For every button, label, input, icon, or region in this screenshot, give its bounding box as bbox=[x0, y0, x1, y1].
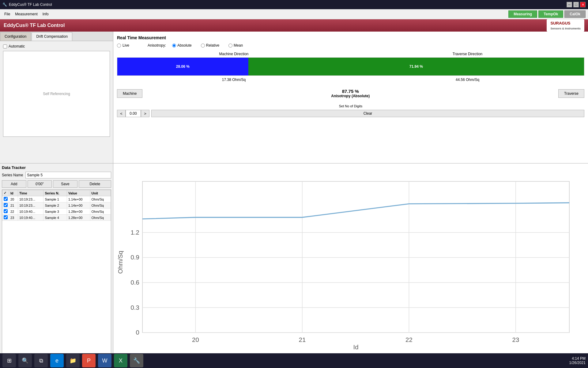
digits-increase-button[interactable]: > bbox=[141, 110, 149, 117]
mean-radio[interactable] bbox=[228, 44, 232, 48]
logo-text: SURAGUS bbox=[550, 21, 570, 25]
traverse-percent: 71.94 % bbox=[409, 64, 423, 69]
edge-button[interactable]: e bbox=[50, 354, 64, 367]
taskview-button[interactable]: ⧉ bbox=[34, 354, 48, 367]
row-check[interactable] bbox=[2, 209, 9, 215]
data-table-container: ✓ Id Time Series N. Value Unit 20 10:19:… bbox=[2, 190, 111, 357]
live-radio[interactable] bbox=[117, 44, 121, 48]
row-series: Sample 3 bbox=[43, 209, 67, 215]
taskbar: ⊞ 🔍 ⧉ e 📁 P W X 🔧 4:14 PM 1/26/2021 bbox=[0, 353, 588, 368]
series-name-input[interactable] bbox=[25, 172, 111, 178]
delete-button[interactable]: Delete bbox=[79, 180, 111, 188]
app-icon: 🔧 bbox=[2, 2, 7, 7]
row-value: 1.28e+00 bbox=[67, 215, 90, 221]
mean-option: Mean bbox=[228, 43, 243, 48]
table-row: 23 10:19:40... Sample 4 1.28e+00 Ohm/Sq bbox=[2, 215, 111, 221]
relative-label: Relative bbox=[206, 43, 219, 48]
tempok-button[interactable]: TempOk bbox=[538, 10, 563, 18]
data-tracker-title: Data Tracker bbox=[2, 165, 111, 170]
digits-input[interactable] bbox=[126, 110, 141, 117]
add-button[interactable]: Add bbox=[2, 180, 26, 188]
explorer-button[interactable]: 📁 bbox=[66, 354, 80, 367]
traverse-button[interactable]: Traverse bbox=[558, 89, 584, 98]
row-unit: Ohm/Sq bbox=[90, 202, 111, 209]
title-bar-controls: ─ □ ✕ bbox=[567, 2, 586, 7]
menu-measurement[interactable]: Measurement bbox=[13, 11, 40, 17]
absolute-label: Absolute bbox=[177, 43, 192, 48]
digits-decrease-button[interactable]: < bbox=[117, 110, 126, 117]
clock-time: 4:14 PM bbox=[569, 356, 586, 361]
digits-row: < > Clear bbox=[117, 110, 584, 117]
values-row: 17.38 Ohm/Sq 44.56 Ohm/Sq bbox=[117, 78, 584, 82]
tab-drift-compensation[interactable]: Drift Compensation bbox=[32, 32, 72, 41]
close-button[interactable]: ✕ bbox=[580, 2, 586, 7]
series-name-row: Series Name bbox=[2, 172, 111, 178]
dt-action-buttons: Add 0'00" Save Delete bbox=[2, 180, 111, 188]
row-check[interactable] bbox=[2, 202, 9, 209]
digits-label: Set No of Digits bbox=[339, 104, 362, 108]
col-series: Series N. bbox=[43, 190, 67, 196]
calok-button[interactable]: CalOk bbox=[564, 10, 586, 18]
relative-option: Relative bbox=[201, 43, 219, 48]
app-logo: SURAGUS Sensors & Instruments bbox=[547, 19, 584, 32]
series-name-label: Series Name bbox=[2, 173, 23, 177]
machine-button[interactable]: Machine bbox=[117, 89, 142, 98]
automatic-checkbox[interactable] bbox=[3, 44, 7, 48]
y-label-06: 0.6 bbox=[130, 279, 139, 286]
top-section: Configuration Drift Compensation Automat… bbox=[0, 32, 588, 163]
machine-bar: 28.06 % bbox=[117, 58, 248, 75]
x-axis-title: Id bbox=[353, 344, 358, 351]
measuring-button[interactable]: Measuring bbox=[508, 10, 537, 18]
chart-bg bbox=[142, 182, 569, 333]
col-check: ✓ bbox=[2, 190, 9, 196]
anisotropy-label: Anisotropy: bbox=[148, 43, 166, 48]
maximize-button[interactable]: □ bbox=[573, 2, 579, 7]
app-header: EddyCus® TF Lab Control SURAGUS Sensors … bbox=[0, 19, 588, 32]
real-time-panel: Real Time Measurement Live Anisotropy: A… bbox=[113, 32, 588, 163]
machine-direction-label: Machine Direction bbox=[117, 52, 351, 56]
menu-file[interactable]: File bbox=[2, 11, 13, 17]
row-id: 22 bbox=[9, 209, 18, 215]
row-series: Sample 4 bbox=[43, 215, 67, 221]
clear-button[interactable]: Clear bbox=[151, 110, 584, 117]
chart-area: 0 0.3 0.6 0.9 1.2 20 21 22 23 Ohm/Sq Id bbox=[113, 163, 588, 361]
config-box: Self Referencing bbox=[3, 51, 110, 137]
status-buttons: Measuring TempOk CalOk bbox=[506, 9, 588, 19]
row-value: 1.28e+00 bbox=[67, 209, 90, 215]
x-label-22: 22 bbox=[405, 336, 413, 343]
anisotropy-label2: Anisotropy (Absolute) bbox=[331, 94, 370, 98]
menu-status-row: File Measurement Info Measuring TempOk C… bbox=[0, 9, 588, 19]
y-label-03: 0.3 bbox=[130, 304, 139, 311]
row-id: 23 bbox=[9, 215, 18, 221]
traverse-bar: 71.94 % bbox=[248, 58, 584, 75]
save-button[interactable]: Save bbox=[53, 180, 77, 188]
mt-aniso-row: Machine 87.75 % Anisotropy (Absolute) Tr… bbox=[117, 86, 584, 101]
row-series: Sample 2 bbox=[43, 202, 67, 209]
row-check[interactable] bbox=[2, 215, 9, 221]
chart-svg: 0 0.3 0.6 0.9 1.2 20 21 22 23 Ohm/Sq Id bbox=[116, 167, 585, 358]
timestamp-button[interactable]: 0'00" bbox=[28, 180, 52, 188]
row-id: 21 bbox=[9, 202, 18, 209]
app1-button[interactable]: P bbox=[82, 354, 96, 367]
y-label-0: 0 bbox=[136, 329, 139, 336]
machine-value: 17.38 Ohm/Sq bbox=[117, 78, 351, 82]
start-button[interactable]: ⊞ bbox=[2, 354, 16, 367]
row-check[interactable] bbox=[2, 196, 9, 202]
menu-info[interactable]: Info bbox=[40, 11, 51, 17]
traverse-direction-label: Traverse Direction bbox=[351, 52, 584, 56]
word-button[interactable]: W bbox=[98, 354, 111, 367]
relative-radio[interactable] bbox=[201, 44, 205, 48]
search-button[interactable]: 🔍 bbox=[18, 354, 32, 367]
automatic-label: Automatic bbox=[9, 44, 25, 48]
left-panel: Configuration Drift Compensation Automat… bbox=[0, 32, 113, 163]
tab-configuration[interactable]: Configuration bbox=[0, 32, 31, 41]
col-id: Id bbox=[9, 190, 18, 196]
minimize-button[interactable]: ─ bbox=[567, 2, 572, 7]
logo-subtitle: Sensors & Instruments bbox=[550, 27, 581, 30]
absolute-radio[interactable] bbox=[172, 44, 176, 48]
excel-button[interactable]: X bbox=[114, 354, 127, 367]
app2-button[interactable]: 🔧 bbox=[130, 354, 143, 367]
row-id: 20 bbox=[9, 196, 18, 202]
x-label-21: 21 bbox=[299, 336, 306, 343]
col-unit: Unit bbox=[90, 190, 111, 196]
